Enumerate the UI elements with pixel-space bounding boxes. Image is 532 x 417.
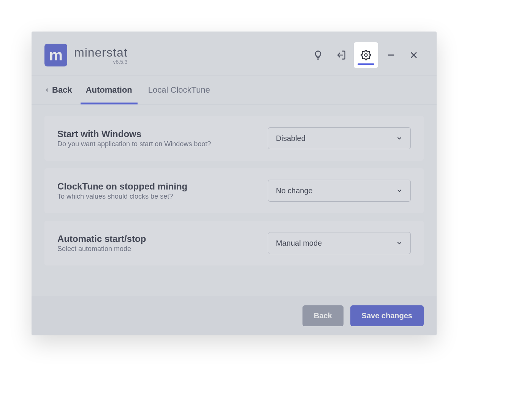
chevron-left-icon (44, 87, 50, 93)
chevron-down-icon (396, 240, 403, 246)
header: m minerstat v6.5.3 (32, 32, 437, 76)
select-value: Disabled (276, 134, 306, 143)
setting-subtitle: Do you want application to start on Wind… (57, 140, 256, 148)
setting-title: Start with Windows (57, 129, 256, 139)
brand: m minerstat v6.5.3 (44, 44, 128, 66)
logout-button[interactable] (331, 44, 351, 66)
header-actions (308, 42, 424, 68)
close-icon (408, 50, 419, 60)
setting-text: Start with Windows Do you want applicati… (57, 129, 256, 148)
setting-clocktune-stopped: ClockTune on stopped mining To which val… (44, 168, 424, 213)
logo-letter: m (49, 47, 63, 64)
chevron-down-icon (396, 135, 403, 142)
setting-text: ClockTune on stopped mining To which val… (57, 181, 256, 201)
footer: Back Save changes (32, 296, 437, 335)
help-button[interactable] (308, 44, 328, 66)
setting-start-with-windows: Start with Windows Do you want applicati… (44, 116, 424, 161)
select-value: Manual mode (276, 239, 322, 248)
lightbulb-icon (313, 50, 323, 60)
close-button[interactable] (404, 44, 424, 66)
settings-button[interactable] (354, 42, 378, 68)
select-start-with-windows[interactable]: Disabled (268, 127, 411, 149)
setting-subtitle: To which values should clocks be set? (57, 193, 256, 201)
setting-text: Automatic start/stop Select automation m… (57, 234, 256, 253)
back-nav[interactable]: Back (44, 76, 72, 104)
back-label: Back (52, 85, 72, 95)
gear-icon (361, 50, 371, 60)
select-auto-start-stop[interactable]: Manual mode (268, 232, 411, 254)
logo: m (44, 44, 67, 66)
tabs-bar: Back Automation Local ClockTune (32, 76, 437, 104)
brand-name: minerstat (74, 46, 128, 60)
tab-local-clocktune[interactable]: Local ClockTune (146, 76, 212, 104)
app-window: m minerstat v6.5.3 (32, 32, 437, 335)
minimize-icon (386, 50, 396, 60)
tab-automation[interactable]: Automation (84, 76, 135, 104)
setting-subtitle: Select automation mode (57, 245, 256, 253)
logout-icon (336, 50, 346, 60)
setting-title: Automatic start/stop (57, 234, 256, 244)
brand-version: v6.5.3 (74, 59, 128, 65)
back-button[interactable]: Back (302, 305, 344, 326)
select-value: No change (276, 186, 313, 195)
save-button[interactable]: Save changes (350, 305, 424, 326)
brand-text: minerstat v6.5.3 (74, 46, 128, 65)
select-clocktune-stopped[interactable]: No change (268, 180, 411, 202)
content: Start with Windows Do you want applicati… (32, 104, 437, 296)
minimize-button[interactable] (381, 44, 401, 66)
setting-title: ClockTune on stopped mining (57, 181, 256, 192)
setting-auto-start-stop: Automatic start/stop Select automation m… (44, 221, 424, 265)
svg-point-0 (365, 54, 367, 57)
chevron-down-icon (396, 187, 403, 194)
